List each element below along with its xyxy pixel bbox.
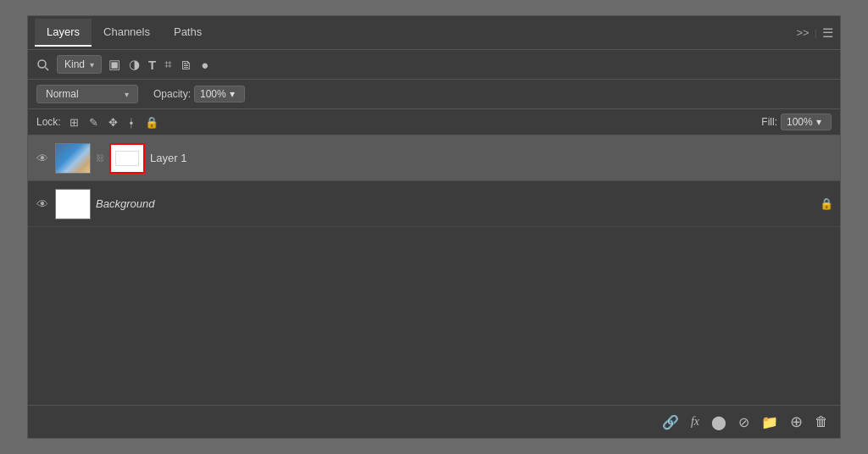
- add-mask-icon[interactable]: ⬤: [711, 414, 726, 430]
- fill-input[interactable]: 100% ▾: [781, 114, 832, 130]
- opacity-input[interactable]: 100% ▾: [194, 86, 245, 102]
- fill-row: Fill: 100% ▾: [761, 114, 832, 130]
- new-group-icon[interactable]: 📁: [761, 414, 778, 430]
- blend-mode-dropdown[interactable]: Normal ▾: [36, 85, 138, 103]
- lock-image-icon[interactable]: ✎: [86, 114, 102, 130]
- search-icon: [36, 57, 50, 72]
- dot-filter-icon[interactable]: ●: [201, 58, 209, 72]
- adjustment-filter-icon[interactable]: ◑: [129, 57, 140, 72]
- kind-dropdown[interactable]: Kind ▾: [57, 55, 102, 74]
- fill-arrow: ▾: [816, 116, 821, 128]
- layer-thumbnail-background: [55, 189, 91, 219]
- opacity-label: Opacity:: [153, 88, 191, 100]
- kind-filter-row: Kind ▾ ▣ ◑ T ⌗ 🗎 ●: [28, 50, 840, 80]
- lock-fill-row: Lock: ⊞ ✎ ✥ ⍿ 🔒 Fill: 100% ▾: [28, 109, 840, 136]
- lock-pixels-icon[interactable]: ⊞: [66, 114, 82, 130]
- opacity-arrow: ▾: [230, 88, 235, 100]
- tab-paths[interactable]: Paths: [162, 19, 214, 47]
- bottom-toolbar: 🔗 fx ⬤ ⊘ 📁 ⊕ 🗑: [28, 405, 840, 438]
- layers-panel: Layers Channels Paths >> | ☰ Kind ▾ ▣ ◑ …: [27, 15, 841, 439]
- smartobj-filter-icon[interactable]: 🗎: [180, 58, 192, 72]
- fx-icon[interactable]: fx: [691, 415, 699, 429]
- opacity-value: 100%: [200, 88, 226, 100]
- blend-opacity-row: Normal ▾ Opacity: 100% ▾: [28, 80, 840, 109]
- fill-label: Fill:: [761, 116, 777, 128]
- lock-artboard-icon[interactable]: ⍿: [125, 114, 138, 130]
- tab-bar: Layers Channels Paths >> | ☰: [28, 16, 840, 50]
- type-filter-icon[interactable]: T: [148, 58, 156, 72]
- pixel-filter-icon[interactable]: ▣: [108, 57, 120, 72]
- blend-mode-arrow: ▾: [125, 90, 129, 99]
- table-row[interactable]: 👁 Background 🔒: [28, 181, 840, 227]
- filter-icons-row: ▣ ◑ T ⌗ 🗎 ●: [108, 57, 209, 72]
- layer-thumbnail-layer1: [55, 143, 91, 174]
- shape-filter-icon[interactable]: ⌗: [164, 57, 171, 72]
- layer-name-background: Background: [96, 197, 815, 210]
- kind-label: Kind: [64, 58, 85, 70]
- svg-point-0: [38, 60, 46, 68]
- blend-mode-value: Normal: [46, 88, 79, 100]
- panel-controls: >> | ☰: [796, 25, 833, 41]
- lock-all-icon[interactable]: 🔒: [142, 114, 162, 130]
- layer-list: 👁 ⛓ Layer 1 👁 Background 🔒: [28, 136, 840, 405]
- svg-line-1: [46, 67, 49, 70]
- mask-inner: [115, 151, 139, 166]
- delete-layer-icon[interactable]: 🗑: [815, 414, 828, 429]
- tab-channels[interactable]: Channels: [92, 19, 162, 47]
- layer-mask-thumbnail[interactable]: [109, 143, 145, 174]
- link-layers-icon[interactable]: 🔗: [662, 414, 679, 430]
- layer-lock-icon: 🔒: [820, 197, 833, 210]
- new-layer-icon[interactable]: ⊕: [790, 412, 803, 431]
- lock-label: Lock:: [36, 116, 61, 128]
- layer-name-layer1: Layer 1: [150, 152, 833, 164]
- visibility-toggle-layer1[interactable]: 👁: [35, 151, 50, 166]
- fill-value: 100%: [787, 116, 813, 128]
- visibility-toggle-background[interactable]: 👁: [35, 197, 50, 212]
- tab-layers[interactable]: Layers: [35, 19, 92, 47]
- expand-panel-icon[interactable]: >>: [796, 26, 809, 39]
- layer-chain-icon: ⛓: [96, 153, 104, 163]
- adjustment-icon[interactable]: ⊘: [738, 414, 749, 430]
- lock-icons-group: ⊞ ✎ ✥ ⍿ 🔒: [66, 114, 162, 130]
- panel-menu-icon[interactable]: ☰: [822, 25, 833, 41]
- kind-arrow: ▾: [90, 60, 94, 69]
- table-row[interactable]: 👁 ⛓ Layer 1: [28, 136, 840, 181]
- lock-position-icon[interactable]: ✥: [105, 114, 121, 130]
